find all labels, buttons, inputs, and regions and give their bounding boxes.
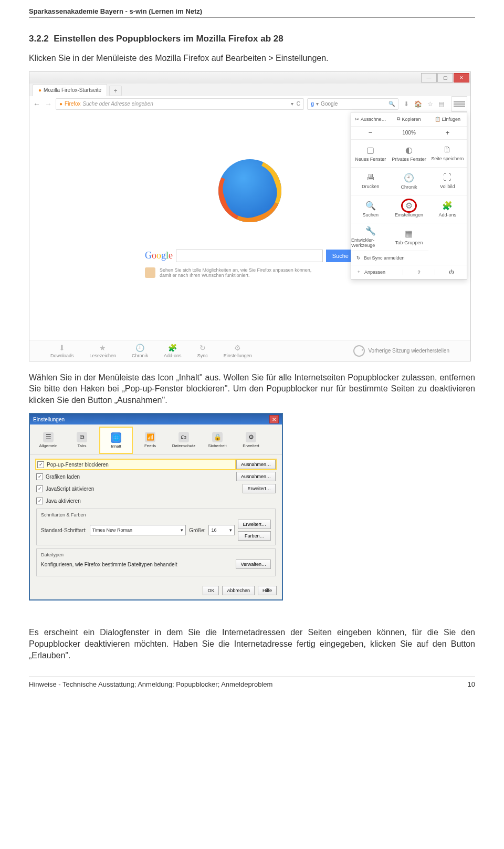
fonts-legend: Schriftarten & Farben xyxy=(41,512,271,517)
checkbox[interactable]: ✓ xyxy=(37,461,44,468)
bookmarks-menu-icon[interactable]: ▤ xyxy=(438,100,444,108)
copy-icon: ⧉ xyxy=(397,116,400,122)
new-tab-button[interactable]: + xyxy=(109,86,122,96)
back-button[interactable]: ← xyxy=(33,100,41,108)
zoom-in-button[interactable]: + xyxy=(428,127,467,139)
customize-button[interactable]: ＋Anpassen xyxy=(351,268,403,275)
section-heading: 3.2.2 Einstellen des Popupblockers im Mo… xyxy=(29,34,475,44)
search-input[interactable]: g▾ Google 🔍 xyxy=(307,98,398,110)
home-icon[interactable]: 🏠 xyxy=(414,100,422,108)
firefox-screenshot: — ▢ ✕ ● Mozilla Firefox-Startseite + ← →… xyxy=(29,71,471,361)
settings-tab-inhalt[interactable]: 🌐Inhalt xyxy=(99,427,133,454)
copy-button[interactable]: ⧉Kopieren xyxy=(390,112,428,126)
main-menu-panel: ✂Ausschne… ⧉Kopieren 📋Einfügen − 100% + … xyxy=(351,112,467,279)
robot-icon xyxy=(145,267,155,278)
paste-icon: 📋 xyxy=(435,117,440,122)
menu-item-chronik[interactable]: 🕘Chronik xyxy=(390,168,428,195)
bb-addons[interactable]: 🧩Add-ons xyxy=(164,344,182,358)
settings-dialog-screenshot: Einstellungen ✕ ☰Allgemein⧉Tabs🌐Inhalt📶F… xyxy=(29,413,283,600)
menu-item-privates-fenster[interactable]: ◐Privates Fenster xyxy=(390,140,428,168)
zoom-level: 100% xyxy=(390,127,428,139)
bookmark-icon[interactable]: ☆ xyxy=(427,100,433,108)
bb-bookmarks[interactable]: ★Lesezeichen xyxy=(90,344,117,358)
browser-tab[interactable]: ● Mozilla Firefox-Startseite xyxy=(33,84,107,96)
ok-button[interactable]: OK xyxy=(203,586,219,595)
downloads-icon[interactable]: ⬇ xyxy=(404,100,409,108)
menu-item-drucken[interactable]: 🖶Drucken xyxy=(351,168,390,195)
sync-icon: ↻ xyxy=(200,344,206,352)
exit-button[interactable]: ⏻ xyxy=(435,270,467,275)
google-search-input[interactable] xyxy=(176,250,323,262)
window-maximize-button[interactable]: ▢ xyxy=(437,73,453,82)
menu-item-tab-gruppen[interactable]: ▦Tab-Gruppen xyxy=(390,223,428,251)
settings-tab-tabs[interactable]: ⧉Tabs xyxy=(66,427,98,453)
settings-tab-erweitert[interactable]: ⚙Erweitert xyxy=(235,427,267,453)
option-button[interactable]: Erweitert… xyxy=(243,484,276,493)
menu-item-seite-speichern[interactable]: 🗎Seite speichern xyxy=(428,140,467,168)
menu-item-entwickler-werkzeuge[interactable]: 🔧Entwickler-Werkzeuge xyxy=(351,223,390,251)
checkbox[interactable]: ✓ xyxy=(36,473,43,480)
paragraph-2: Wählen Sie in der Menüleiste das Icon „I… xyxy=(29,372,475,406)
dialog-close-button[interactable]: ✕ xyxy=(269,415,279,423)
window-minimize-button[interactable]: — xyxy=(421,73,437,82)
filetypes-legend: Dateitypen xyxy=(41,552,271,557)
paste-button[interactable]: 📋Einfügen xyxy=(428,112,467,126)
star-icon: ★ xyxy=(99,344,106,352)
gear-icon: ⚙ xyxy=(234,344,241,352)
bb-history[interactable]: 🕘Chronik xyxy=(132,344,148,358)
bb-settings[interactable]: ⚙Einstellungen xyxy=(224,344,252,358)
font-select[interactable]: Times New Roman▾ xyxy=(90,525,186,535)
settings-tab-allgemein[interactable]: ☰Allgemein xyxy=(32,427,65,453)
menu-item-neues-fenster[interactable]: ▢Neues Fenster xyxy=(351,140,390,168)
clock-icon: 🕘 xyxy=(135,344,144,352)
page-header: Sparkassenakademie Bayern - s-win (Lerne… xyxy=(29,7,475,15)
google-logo: Google xyxy=(145,250,173,261)
firefox-icon: ● xyxy=(38,87,41,93)
firefox-favicon-icon: ● xyxy=(59,101,62,107)
restore-icon xyxy=(353,345,365,357)
manage-button[interactable]: Verwalten… xyxy=(236,560,271,569)
window-close-button[interactable]: ✕ xyxy=(454,73,469,82)
firefox-logo xyxy=(218,159,281,222)
puzzle-icon: 🧩 xyxy=(168,344,177,352)
settings-tab-sicherheit[interactable]: 🔒Sicherheit xyxy=(201,427,234,453)
zoom-out-button[interactable]: − xyxy=(351,127,390,139)
help-button[interactable]: ? xyxy=(403,270,435,275)
size-select[interactable]: 16▾ xyxy=(208,525,235,535)
option-button[interactable]: Ausnahmen… xyxy=(236,472,276,481)
menu-item-einstellungen[interactable]: ⚙Einstellungen xyxy=(390,195,428,223)
checkbox[interactable]: ✓ xyxy=(36,485,43,492)
page-footer: Hinweise - Technische Ausstattung; Anmel… xyxy=(29,680,475,688)
checkbox[interactable]: ✓ xyxy=(36,498,43,504)
cut-button[interactable]: ✂Ausschne… xyxy=(351,112,390,126)
menu-item-add-ons[interactable]: 🧩Add-ons xyxy=(428,195,467,223)
menu-item-vollbild[interactable]: ⛶Vollbild xyxy=(428,168,467,195)
tip-text: Sehen Sie sich tolle Möglichkeiten an, w… xyxy=(145,267,355,278)
restore-session-button[interactable]: Vorherige Sitzung wiederherstellen xyxy=(353,345,449,357)
colors-button[interactable]: Farben… xyxy=(238,531,271,541)
paragraph-3: Es erscheint ein Dialogfenster in dem Si… xyxy=(29,627,475,661)
sync-icon: ↻ xyxy=(356,255,361,261)
sync-signin-button[interactable]: ↻Bei Sync anmelden xyxy=(351,251,467,265)
separator xyxy=(29,17,475,18)
cancel-button[interactable]: Abbrechen xyxy=(222,586,255,595)
url-input[interactable]: ● Firefox Suche oder Adresse eingeben ▾C xyxy=(56,98,304,110)
settings-tab-datenschutz[interactable]: 🗂Datenschutz xyxy=(167,427,200,453)
download-icon: ⬇ xyxy=(59,344,65,352)
font-advanced-button[interactable]: Erweitert… xyxy=(238,520,271,529)
google-icon: g xyxy=(311,101,314,107)
option-button[interactable]: Ausnahmen… xyxy=(236,460,276,469)
plus-icon: ＋ xyxy=(356,268,361,275)
bb-sync[interactable]: ↻Sync xyxy=(197,344,208,358)
settings-tab-feeds[interactable]: 📶Feeds xyxy=(134,427,166,453)
bb-downloads[interactable]: ⬇Downloads xyxy=(50,344,74,358)
search-icon: 🔍 xyxy=(388,101,395,107)
gear-icon: ⚙ xyxy=(405,201,413,211)
forward-button[interactable]: → xyxy=(44,100,52,108)
dialog-title: Einstellungen xyxy=(33,417,65,422)
help-button[interactable]: Hilfe xyxy=(258,586,277,595)
hamburger-menu-button[interactable] xyxy=(452,96,467,112)
paragraph-1: Klicken Sie in der Menüleiste des Mozill… xyxy=(29,53,475,64)
menu-item-suchen[interactable]: 🔍Suchen xyxy=(351,195,390,223)
footer-separator xyxy=(29,677,475,677)
